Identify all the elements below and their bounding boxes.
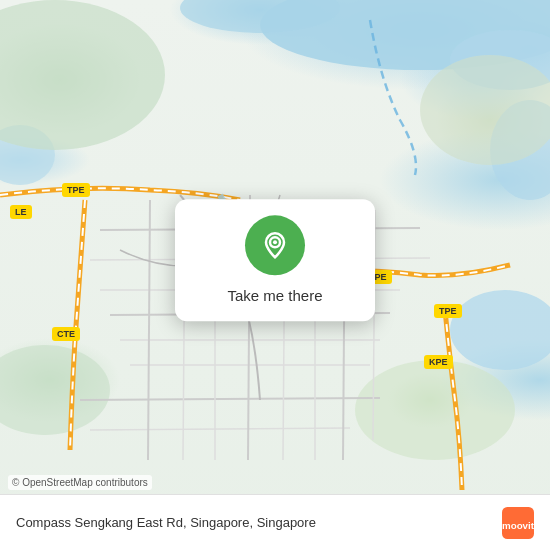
- svg-point-3: [450, 290, 550, 370]
- moovit-logo: moovit: [502, 507, 534, 539]
- map-attribution: © OpenStreetMap contributors: [8, 475, 152, 490]
- address-text: Compass Sengkang East Rd, Singapore, Sin…: [16, 515, 316, 530]
- map-container: TPE LE CTE TPE TPE KPE Take me there © O…: [0, 0, 550, 550]
- popup-card: Take me there: [175, 199, 375, 321]
- highway-badge-cte: CTE: [52, 327, 80, 341]
- svg-line-18: [148, 200, 150, 460]
- svg-point-27: [273, 240, 277, 244]
- svg-point-7: [420, 55, 550, 165]
- highway-badge-le: LE: [10, 205, 32, 219]
- highway-badge-tpe3: TPE: [434, 304, 462, 318]
- svg-point-9: [0, 345, 110, 435]
- svg-point-6: [0, 0, 165, 150]
- svg-text:moovit: moovit: [502, 520, 534, 531]
- svg-line-16: [80, 398, 380, 400]
- location-pin-icon: [259, 229, 291, 261]
- popup-icon: [245, 215, 305, 275]
- take-me-there-button[interactable]: Take me there: [227, 287, 322, 304]
- svg-point-8: [355, 360, 515, 460]
- moovit-logo-icon: moovit: [502, 507, 534, 539]
- highway-badge-kpe: KPE: [424, 355, 453, 369]
- highway-badge-tpe1: TPE: [62, 183, 90, 197]
- svg-line-17: [90, 428, 350, 430]
- bottom-bar: Compass Sengkang East Rd, Singapore, Sin…: [0, 494, 550, 550]
